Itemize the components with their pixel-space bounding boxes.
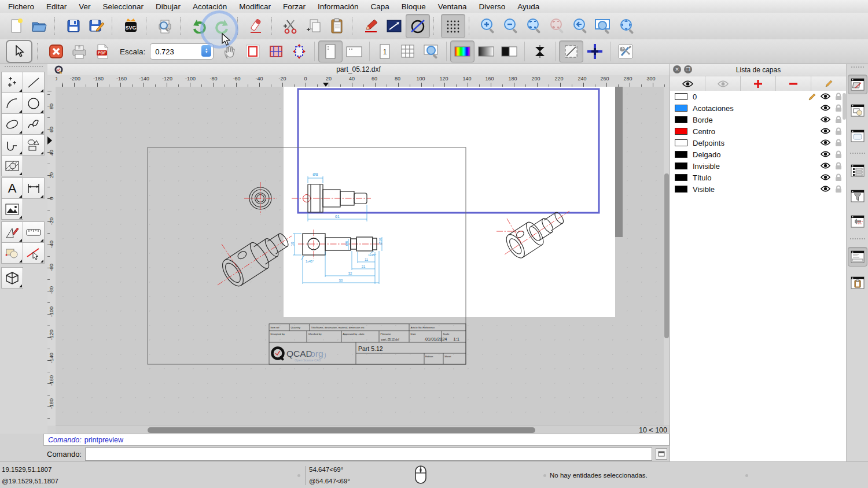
circle-tool-button[interactable] — [406, 14, 430, 38]
layer-row[interactable]: Invisible — [670, 160, 847, 172]
strip-drag-handle[interactable] — [851, 66, 864, 68]
command-options-button[interactable] — [656, 448, 667, 460]
ellipse-tools-button[interactable] — [1, 113, 23, 135]
shape-tools-button[interactable] — [23, 134, 45, 156]
copy-button[interactable] — [302, 14, 325, 38]
multi-page-button[interactable] — [396, 41, 420, 62]
property-editor-toggle-button[interactable] — [848, 161, 867, 180]
zoom-pan-button[interactable] — [615, 14, 638, 38]
show-all-layers-button[interactable] — [670, 76, 705, 91]
paper-border-button[interactable] — [241, 41, 264, 62]
layer-lock-icon[interactable] — [835, 127, 842, 135]
v-scroll-thumb[interactable] — [664, 173, 669, 338]
layer-name[interactable]: Acotaciones — [693, 104, 734, 113]
panel-collapse-arrow[interactable] — [47, 136, 52, 145]
dimension-tools-button[interactable] — [23, 178, 45, 199]
auto-fit-page-button[interactable] — [288, 41, 311, 62]
block-tools-button[interactable] — [1, 242, 23, 264]
library-browser-toggle-button[interactable] — [848, 212, 867, 231]
layer-color-swatch[interactable] — [675, 174, 687, 181]
layer-lock-icon[interactable] — [835, 185, 842, 193]
layer-visibility-eye-icon[interactable] — [821, 128, 830, 134]
undo-button[interactable] — [187, 14, 211, 38]
panel-close-icon[interactable]: ✕ — [673, 65, 681, 73]
menu-item[interactable]: Forzar — [283, 2, 306, 11]
layer-visibility-eye-icon[interactable] — [821, 151, 830, 157]
menu-item[interactable]: Editar — [46, 2, 67, 11]
h-scroll-thumb[interactable] — [148, 427, 535, 433]
portrait-button[interactable] — [318, 40, 343, 62]
layer-color-swatch[interactable] — [675, 186, 687, 193]
full-color-button[interactable] — [450, 40, 475, 62]
selection-filter-toggle-button[interactable] — [848, 187, 867, 205]
print-button[interactable] — [68, 41, 91, 62]
layer-name[interactable]: Delgado — [693, 150, 720, 159]
close-print-preview-button[interactable] — [45, 41, 68, 62]
single-page-button[interactable]: 1 — [373, 41, 396, 62]
line-tool-button[interactable] — [382, 14, 406, 38]
delete-button[interactable] — [245, 14, 268, 38]
menu-item[interactable]: Ventana — [438, 2, 467, 11]
selection-pointer-button[interactable] — [6, 40, 32, 63]
layer-row[interactable]: Visible — [670, 183, 847, 195]
layer-edit-pencil-icon[interactable] — [808, 93, 816, 101]
canvas-horizontal-scrollbar[interactable]: 10 < 100 — [56, 426, 670, 434]
add-layer-button[interactable] — [741, 76, 776, 91]
zoom-in-button[interactable] — [476, 14, 499, 38]
layer-color-swatch[interactable] — [675, 116, 687, 123]
edit-layer-button[interactable] — [811, 76, 847, 91]
zoom-out-button[interactable] — [499, 14, 523, 38]
new-file-button[interactable] — [5, 14, 28, 38]
circle-tools-button[interactable] — [23, 93, 45, 114]
zoom-selection-button[interactable] — [546, 14, 569, 38]
menu-item[interactable]: Ayuda — [517, 2, 539, 11]
layer-name[interactable]: Título — [693, 173, 712, 182]
crosshair-button[interactable] — [583, 41, 606, 62]
layer-row[interactable]: Acotaciones — [670, 102, 847, 114]
pdf-export-button[interactable]: PDF — [91, 41, 114, 62]
view-list-toggle-button[interactable] — [848, 127, 867, 145]
layer-list-toggle-button[interactable] — [848, 75, 867, 94]
block-list-toggle-button[interactable] — [848, 101, 867, 120]
layer-visibility-eye-icon[interactable] — [821, 174, 830, 180]
layer-name[interactable]: Invisible — [693, 162, 720, 171]
save-button[interactable] — [62, 14, 85, 38]
layer-visibility-eye-icon[interactable] — [821, 105, 830, 111]
layer-visibility-eye-icon[interactable] — [821, 186, 830, 192]
layer-color-swatch[interactable] — [675, 128, 687, 135]
point-tools-button[interactable] — [1, 72, 23, 93]
paste-button[interactable] — [325, 14, 348, 38]
menu-item[interactable]: Información — [318, 2, 359, 11]
layer-row[interactable]: Defpoints — [670, 137, 847, 149]
scale-spinbox[interactable]: ▲▼ — [150, 43, 214, 60]
line-tools-button[interactable] — [23, 72, 45, 93]
print-preview-button[interactable] — [153, 14, 176, 38]
grayscale-button[interactable] — [475, 41, 498, 62]
drawing-canvas[interactable]: Ø8 61 — [56, 87, 664, 426]
layer-color-swatch[interactable] — [675, 105, 687, 112]
layer-color-swatch[interactable] — [675, 139, 687, 146]
document-tab-title[interactable]: part_05.12.dxf — [47, 65, 670, 73]
layer-row[interactable]: Centro — [670, 125, 847, 137]
zoom-window-button[interactable] — [592, 14, 615, 38]
layer-visibility-eye-icon[interactable] — [821, 162, 830, 169]
solid-3d-tools-button[interactable] — [1, 267, 23, 289]
landscape-button[interactable] — [343, 41, 366, 62]
layer-name[interactable]: Centro — [693, 127, 715, 136]
remove-layer-button[interactable] — [776, 76, 811, 91]
layer-color-swatch[interactable] — [675, 151, 687, 158]
command-input[interactable] — [85, 448, 652, 461]
canvas-vertical-scrollbar[interactable] — [664, 87, 670, 426]
layer-row[interactable]: Delgado — [670, 149, 847, 160]
snap-tools-button[interactable] — [23, 242, 45, 264]
layer-name[interactable]: 0 — [693, 93, 697, 101]
command-line-toggle-button[interactable] — [848, 247, 867, 267]
clipboard-viewer-toggle-button[interactable] — [848, 273, 867, 292]
menu-item[interactable]: Modificar — [239, 2, 271, 11]
menu-item[interactable]: Seleccionar — [103, 2, 144, 11]
settings-tools-button[interactable] — [614, 41, 637, 62]
layer-color-swatch[interactable] — [675, 162, 687, 169]
layer-lock-icon[interactable] — [835, 104, 842, 112]
zoom-previous-button[interactable] — [569, 14, 592, 38]
open-file-button[interactable] — [28, 14, 51, 38]
